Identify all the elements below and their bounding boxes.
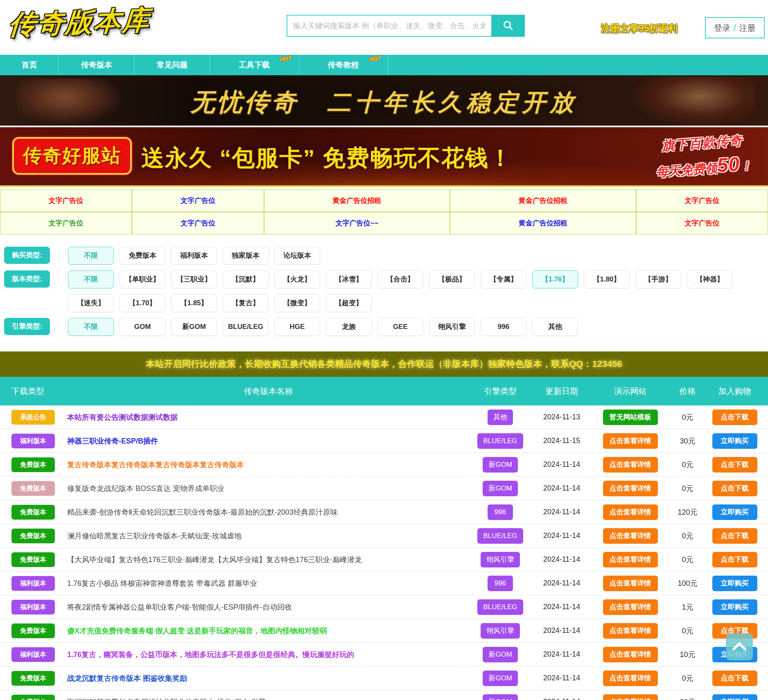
demo-button[interactable]: 点击查看详情: [603, 671, 658, 686]
demo-button[interactable]: 点击查看详情: [603, 504, 658, 520]
version-title-link[interactable]: 1.76复古小极品 终极宙神雷神道尊套装 带毒武器 群服毕业: [67, 579, 257, 587]
version-title-link[interactable]: 神器三职业传奇-ESP/B插件: [67, 437, 158, 445]
filter-option[interactable]: HGE: [274, 318, 320, 336]
filter-option[interactable]: 不限: [68, 247, 114, 265]
update-date: 2024-11-14: [531, 531, 592, 540]
version-title-link[interactable]: 将夜2剧情专属神器公益单职业客户端-智能假人-ESP/B插件-自动回收: [67, 603, 292, 611]
demo-button[interactable]: 点击查看详情: [603, 647, 658, 662]
filter-option[interactable]: 【复古】: [223, 294, 269, 312]
version-title-link[interactable]: 战龙沉默复古传奇版本 图鉴收集奖励: [67, 674, 187, 682]
action-button[interactable]: 点击下载: [712, 481, 757, 496]
action-button[interactable]: 立即购买: [712, 576, 757, 591]
text-ad-slot[interactable]: 文字广告位: [636, 189, 768, 212]
filter-option[interactable]: 新GOM: [171, 318, 217, 336]
filter-option[interactable]: 996: [481, 318, 526, 336]
login-register-button[interactable]: 登录 / 注册: [705, 17, 765, 38]
text-ad-slot[interactable]: 文字广告位: [0, 212, 132, 234]
filter-option[interactable]: 【单职业】: [120, 270, 165, 288]
filter-option[interactable]: BLUE/LEG: [223, 318, 269, 336]
filter-option[interactable]: 免费版本: [120, 247, 165, 265]
filter-option[interactable]: 【1.76】: [532, 270, 578, 288]
action-button[interactable]: 点击下载: [712, 552, 757, 567]
filter-option[interactable]: 【火龙】: [274, 270, 320, 288]
version-title-link[interactable]: 【大风毕业端】复古特色176三职业-巅峰潜龙【大风毕业端】复古特色176三职业-…: [67, 556, 362, 564]
text-ad-slot[interactable]: 黄金广告位招租: [264, 189, 450, 212]
text-ad-slot[interactable]: 文字广告位: [132, 212, 264, 234]
text-ad-slot[interactable]: 黄金广告位招租: [450, 212, 636, 234]
text-ad-slot[interactable]: 文字广告位: [132, 189, 264, 212]
back-to-top-button[interactable]: [726, 633, 753, 660]
demo-button[interactable]: 点击查看详情: [603, 694, 658, 700]
filter-option[interactable]: GEE: [377, 318, 423, 336]
text-ad-slot[interactable]: 文字广告位: [636, 212, 768, 234]
filter-option[interactable]: 【三职业】: [171, 270, 217, 288]
text-ad-slot[interactable]: 文字广告位~~: [264, 212, 450, 234]
filter-option[interactable]: 【微变】: [274, 294, 320, 312]
action-button[interactable]: 立即购买: [712, 694, 757, 700]
filter-option[interactable]: 【冰雪】: [326, 270, 372, 288]
filter-option[interactable]: 福利版本: [171, 247, 217, 265]
filter-option[interactable]: 不限: [68, 270, 114, 288]
price-text: 0元: [668, 626, 707, 636]
nav-item-工具下载[interactable]: 工具下载HOT: [210, 55, 299, 75]
demo-button[interactable]: 点击查看详情: [603, 552, 658, 567]
demo-button[interactable]: 点击查看详情: [603, 623, 658, 639]
action-button[interactable]: 点击下载: [712, 457, 757, 473]
nav-item-常见问题[interactable]: 常见问题: [135, 55, 210, 75]
search-button[interactable]: [491, 15, 525, 37]
filter-option[interactable]: 论坛版本: [274, 247, 320, 265]
filter-option[interactable]: 【手游】: [635, 270, 681, 288]
filter-option[interactable]: 翎风引擎: [429, 318, 475, 336]
filter-group-label: 版本类型:: [4, 270, 50, 288]
nav-item-传奇教程[interactable]: 传奇教程HOT: [299, 55, 388, 75]
filter-option[interactable]: 其他: [532, 318, 578, 336]
register-label[interactable]: 注册: [739, 23, 756, 34]
search-input[interactable]: [287, 15, 491, 37]
filter-option[interactable]: 【神器】: [687, 270, 733, 288]
version-title-link[interactable]: 飞湖沉默第二季加点专属战神单职业传奇版本-插件-假人-引擎: [67, 698, 266, 700]
filter-option[interactable]: 【1.80】: [584, 270, 630, 288]
filter-option[interactable]: 不限: [68, 318, 114, 336]
demo-button[interactable]: 点击查看详情: [603, 481, 658, 496]
demo-button[interactable]: 点击查看详情: [603, 457, 658, 473]
text-ad-slot[interactable]: 黄金广告位招租: [450, 189, 636, 212]
filter-option[interactable]: 龙族: [326, 318, 372, 336]
update-date: 2024-11-15: [531, 437, 592, 445]
filter-option[interactable]: 【沉默】: [223, 270, 269, 288]
demo-button[interactable]: 点击查看详情: [603, 576, 658, 591]
filter-option[interactable]: 独家版本: [223, 247, 269, 265]
action-button[interactable]: 点击下载: [712, 671, 757, 686]
action-button[interactable]: 点击下载: [712, 410, 757, 425]
version-title-link[interactable]: 修复版奇龙战纪版本 BOSS直达 宠物养成单职业: [67, 484, 224, 493]
version-title-link[interactable]: 澜月修仙暗黑复古三职业传奇版本-天赋仙宠-玫城虐地: [67, 532, 242, 540]
action-button[interactable]: 立即购买: [712, 504, 757, 520]
demo-button[interactable]: 点击查看详情: [603, 599, 658, 615]
filter-option[interactable]: 【1.85】: [171, 294, 217, 312]
filter-option[interactable]: GOM: [120, 318, 165, 336]
filter-option[interactable]: 【1.70】: [120, 294, 165, 312]
demo-button[interactable]: 点击查看详情: [603, 433, 658, 449]
price-text: 0元: [668, 460, 707, 470]
filter-option[interactable]: 【迷失】: [68, 294, 114, 312]
action-button[interactable]: 立即购买: [712, 599, 757, 615]
action-button[interactable]: 点击下载: [712, 528, 757, 544]
login-label[interactable]: 登录: [714, 23, 730, 34]
filter-option[interactable]: 【极品】: [429, 270, 475, 288]
filter-option[interactable]: 【合击】: [377, 270, 423, 288]
update-date: 2024-11-14: [531, 579, 592, 587]
version-title-link[interactable]: 傻X才充值免费传奇服务端 假人超变 这是新手玩家的福音，地图内怪物相对较弱: [67, 627, 327, 635]
filter-option[interactable]: 【专属】: [481, 270, 526, 288]
version-title-link[interactable]: 1.76复古，幽冥装备，公益币版本，地图多玩法多不是很多但是很经典。慢玩服挺好玩…: [67, 650, 354, 659]
nav-item-首页[interactable]: 首页: [0, 55, 59, 75]
banner-ad-top[interactable]: 无忧传奇二十年长久稳定开放: [0, 75, 768, 126]
action-button[interactable]: 立即购买: [712, 433, 757, 449]
version-title-link[interactable]: 精品来袭-创游传奇Ⅱ天命轮回沉默三职业传奇版本-最原始的沉默-2003经典原汁原…: [67, 508, 338, 516]
demo-button[interactable]: 点击查看详情: [603, 528, 658, 544]
version-title-link[interactable]: 本站所有资公告测试数据测试数据: [67, 413, 178, 421]
banner-ad-second[interactable]: 传奇好服站 送永久 “包服卡” 免费畅玩不花钱！ 旗下百款传奇 每天免费领50！: [0, 127, 768, 187]
filter-option[interactable]: 【超变】: [326, 294, 372, 312]
text-ad-slot[interactable]: 文字广告位: [0, 189, 132, 212]
nav-item-传奇版本[interactable]: 传奇版本: [59, 55, 135, 75]
version-title-link[interactable]: 复古传奇版本复古传奇版本复古传奇版本复古传奇版本: [67, 461, 244, 469]
demo-button[interactable]: 暂无网站模板: [603, 410, 658, 425]
